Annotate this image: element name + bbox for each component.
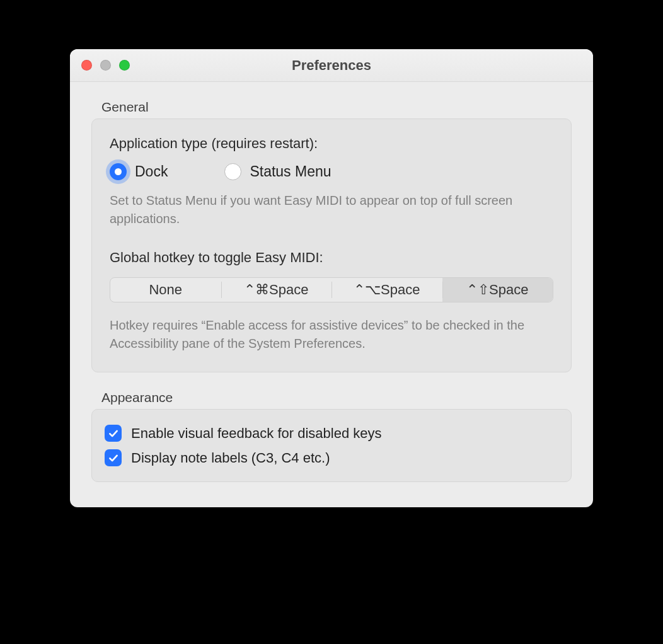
checkbox-icon	[105, 449, 122, 466]
radio-dot-icon	[224, 163, 241, 180]
preferences-window: Preferences General Application type (re…	[70, 49, 593, 507]
check-note-labels[interactable]: Display note labels (C3, C4 etc.)	[105, 446, 558, 470]
group-appearance: Enable visual feedback for disabled keys…	[91, 409, 572, 482]
content: General Application type (requires resta…	[70, 82, 593, 507]
check-visual-feedback-label: Enable visual feedback for disabled keys	[131, 425, 381, 442]
hotkey-segmented: None ⌃⌘Space ⌃⌥Space ⌃⇧Space	[110, 277, 553, 302]
seg-ctrl-cmd-space[interactable]: ⌃⌘Space	[221, 278, 332, 302]
seg-ctrl-opt-space[interactable]: ⌃⌥Space	[332, 278, 442, 302]
hotkey-label: Global hotkey to toggle Easy MIDI:	[110, 250, 553, 266]
radio-status-menu-label: Status Menu	[250, 163, 331, 180]
section-label-general: General	[101, 100, 572, 115]
check-visual-feedback[interactable]: Enable visual feedback for disabled keys	[105, 421, 558, 446]
app-type-help: Set to Status Menu if you want Easy MIDI…	[110, 192, 553, 228]
app-type-radios: Dock Status Menu	[110, 163, 553, 180]
group-general: Application type (requires restart): Doc…	[91, 118, 572, 372]
check-note-labels-label: Display note labels (C3, C4 etc.)	[131, 450, 330, 466]
seg-ctrl-shift-space[interactable]: ⌃⇧Space	[442, 278, 553, 302]
app-type-label: Application type (requires restart):	[110, 135, 553, 152]
radio-status-menu[interactable]: Status Menu	[224, 163, 331, 180]
radio-dock-label: Dock	[135, 163, 168, 180]
radio-dock[interactable]: Dock	[110, 163, 168, 180]
section-label-appearance: Appearance	[101, 390, 572, 405]
seg-none[interactable]: None	[110, 278, 221, 302]
radio-dot-icon	[110, 163, 127, 180]
titlebar: Preferences	[70, 49, 593, 82]
hotkey-help: Hotkey requires “Enable access for assis…	[110, 316, 553, 353]
window-title: Preferences	[70, 57, 593, 74]
checkbox-icon	[105, 425, 122, 442]
